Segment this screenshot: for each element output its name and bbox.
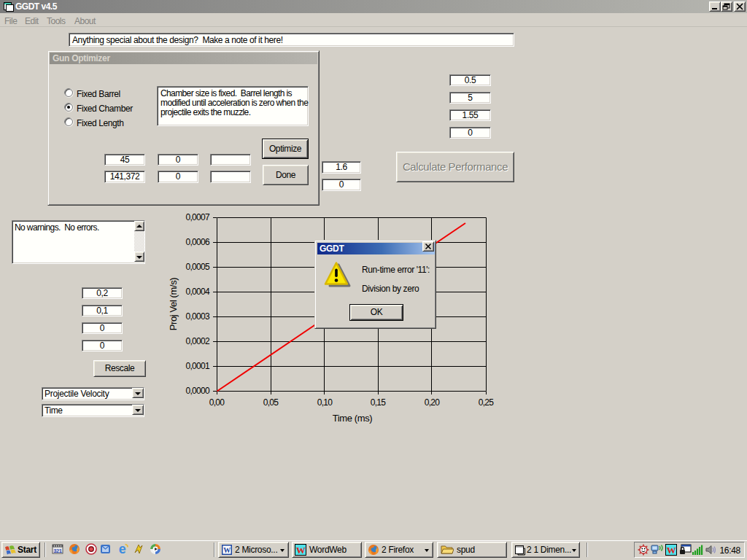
svg-text:0,0005: 0,0005	[185, 262, 210, 272]
svg-text:0,00: 0,00	[209, 397, 225, 408]
svg-text:0,20: 0,20	[425, 397, 441, 408]
svg-text:W: W	[223, 546, 231, 554]
svg-text:Proj Vel (m/s): Proj Vel (m/s)	[168, 278, 179, 330]
svg-text:0,15: 0,15	[371, 397, 387, 408]
svg-text:0,0001: 0,0001	[185, 361, 210, 371]
svg-text:0,10: 0,10	[317, 397, 333, 408]
svg-text:0,0004: 0,0004	[185, 287, 210, 297]
svg-text:W: W	[296, 545, 306, 556]
svg-text:0,0003: 0,0003	[185, 311, 210, 322]
svg-text:0,25: 0,25	[479, 397, 495, 408]
svg-text:Time (ms): Time (ms)	[333, 413, 372, 424]
svg-text:0,0000: 0,0000	[185, 386, 210, 396]
svg-text:W: W	[667, 545, 676, 556]
svg-text:e: e	[119, 543, 126, 555]
svg-text:321: 321	[53, 548, 62, 554]
svg-text:0,0007: 0,0007	[185, 212, 210, 222]
svg-text:0,0006: 0,0006	[185, 237, 210, 247]
svg-text:0,05: 0,05	[263, 397, 279, 408]
svg-text:0,0002: 0,0002	[185, 336, 210, 346]
